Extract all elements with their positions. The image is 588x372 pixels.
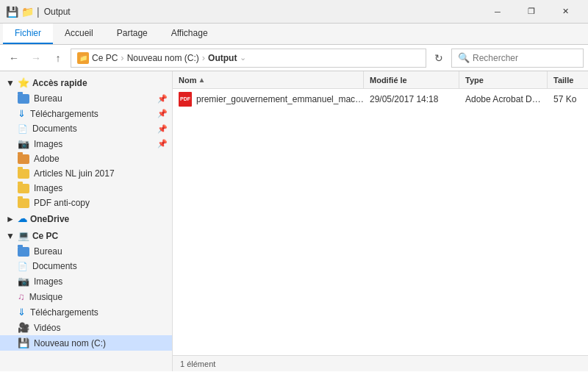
title-bar-separator: | (37, 6, 40, 18)
sidebar-item-telechargements[interactable]: ⇓ Téléchargements 📌 (0, 106, 172, 121)
sidebar-section-quick-access[interactable]: ▼ ⭐ Accès rapide (0, 74, 172, 91)
sidebar-item-pc-videos[interactable]: 🎥 Vidéos (0, 320, 172, 335)
sidebar-section-ce-pc[interactable]: ▼ 💻 Ce PC (0, 227, 172, 244)
ce-pc-icon: 💻 (18, 230, 29, 241)
path-segment-drive[interactable]: Nouveau nom (C:) (127, 53, 199, 63)
quick-access-chevron-icon: ▼ (6, 78, 15, 88)
col-header-type[interactable]: Type (459, 71, 548, 89)
sidebar: ▼ ⭐ Accès rapide Bureau 📌 ⇓ Téléchargeme… (0, 71, 173, 371)
sidebar-item-pc-telechargements[interactable]: ⇓ Téléchargements (0, 304, 172, 320)
images2-folder-icon (18, 184, 29, 193)
sidebar-item-images2[interactable]: Images (0, 181, 172, 196)
quick-access-star-icon: ⭐ (18, 77, 29, 88)
images-icon: 📷 (18, 138, 29, 149)
onedrive-chevron-icon: ► (6, 214, 15, 224)
sidebar-item-pc-musique-label: Musique (29, 292, 62, 302)
documents-pin-icon: 📌 (157, 124, 168, 134)
sidebar-item-documents[interactable]: 📄 Documents 📌 (0, 121, 172, 136)
tab-accueil[interactable]: Accueil (53, 24, 105, 44)
pc-music-icon: ♫ (18, 291, 25, 302)
quick-access-label: Accès rapide (32, 78, 87, 88)
sidebar-item-pc-bureau-label: Bureau (34, 246, 62, 257)
sidebar-item-pc-telechargements-label: Téléchargements (30, 307, 98, 318)
sort-arrow-icon: ▲ (198, 76, 205, 84)
sidebar-item-telechargements-label: Téléchargements (30, 109, 98, 119)
sidebar-section-onedrive[interactable]: ► ☁ OneDrive (0, 210, 172, 227)
window-icon-save[interactable]: 💾 (6, 6, 18, 18)
address-bar: ← → ↑ 📁 Ce PC › Nouveau nom (C:) › Outpu… (0, 45, 588, 71)
status-item-count: 1 élément (180, 360, 215, 368)
col-header-name[interactable]: Nom ▲ (173, 71, 364, 89)
window-controls: ─ ❐ ✕ (481, 0, 582, 24)
path-segment-output[interactable]: Output (208, 53, 237, 63)
sidebar-item-images[interactable]: 📷 Images 📌 (0, 136, 172, 151)
adobe-folder-icon (18, 154, 29, 164)
refresh-button[interactable]: ↻ (429, 49, 448, 68)
pc-images-icon: 📷 (18, 276, 29, 287)
sidebar-item-pc-nouveau-nom-label: Nouveau nom (C:) (34, 338, 106, 348)
col-header-size[interactable]: Taille (548, 71, 588, 89)
tab-fichier[interactable]: Fichier (3, 24, 53, 44)
pc-bureau-folder-icon (18, 247, 29, 257)
file-area: Nom ▲ Modifié le Type Taille PDF premier… (173, 71, 588, 371)
sidebar-item-pc-bureau[interactable]: Bureau (0, 244, 172, 259)
sidebar-item-pc-documents[interactable]: 📄 Documents (0, 259, 172, 273)
close-button[interactable]: ✕ (548, 0, 582, 24)
minimize-button[interactable]: ─ (481, 0, 514, 24)
ribbon-tab-list: Fichier Accueil Partage Affichage (0, 24, 588, 44)
articles-folder-icon (18, 169, 29, 179)
maximize-button[interactable]: ❐ (514, 0, 548, 24)
path-segment-pc[interactable]: Ce PC (92, 53, 118, 63)
forward-button[interactable]: → (26, 49, 46, 68)
telechargements-pin-icon: 📌 (157, 109, 168, 118)
search-icon: 🔍 (458, 52, 470, 63)
bureau-pin-icon: 📌 (157, 94, 168, 104)
address-path[interactable]: 📁 Ce PC › Nouveau nom (C:) › Output ⌄ (71, 49, 426, 68)
sidebar-item-bureau[interactable]: Bureau 📌 (0, 91, 172, 106)
search-input[interactable] (473, 53, 577, 63)
main-layout: ▼ ⭐ Accès rapide Bureau 📌 ⇓ Téléchargeme… (0, 71, 588, 371)
bureau-folder-icon (18, 94, 29, 104)
sidebar-item-pc-documents-label: Documents (32, 261, 77, 271)
window-icon-folder[interactable]: 📁 (21, 6, 34, 18)
sidebar-item-pc-videos-label: Vidéos (34, 323, 60, 333)
pc-video-icon: 🎥 (18, 322, 29, 333)
sidebar-item-images-label: Images (34, 139, 62, 149)
sidebar-item-bureau-label: Bureau (34, 93, 62, 104)
up-button[interactable]: ↑ (49, 49, 68, 68)
tab-affichage[interactable]: Affichage (159, 24, 220, 44)
back-button[interactable]: ← (4, 49, 24, 68)
path-chevron-icon[interactable]: ⌄ (240, 53, 246, 62)
sidebar-item-pc-musique[interactable]: ♫ Musique (0, 289, 172, 304)
sidebar-item-pc-nouveau-nom[interactable]: 💾 Nouveau nom (C:) (0, 335, 172, 351)
status-bar: 1 élément (173, 355, 588, 371)
title-bar: 💾 📁 | Output ─ ❐ ✕ (0, 0, 588, 24)
sidebar-item-articles-label: Articles NL juin 2017 (34, 168, 115, 179)
sidebar-item-images2-label: Images (34, 183, 62, 193)
file-cell-name: PDF premier_gouvernement_emmanuel_mac… (173, 92, 364, 107)
sidebar-item-adobe[interactable]: Adobe (0, 151, 172, 166)
path-separator-1: › (121, 52, 123, 63)
download-icon: ⇓ (18, 108, 26, 119)
documents-doc-icon: 📄 (18, 124, 28, 134)
path-folder-icon: 📁 (77, 52, 89, 64)
sidebar-item-articles[interactable]: Articles NL juin 2017 (0, 166, 172, 181)
pdf-anticopy-folder-icon (18, 198, 29, 208)
sidebar-item-pdf-anticopy[interactable]: PDF anti-copy (0, 196, 172, 210)
pc-drive-icon: 💾 (18, 337, 29, 348)
sidebar-item-pdf-anticopy-label: PDF anti-copy (34, 198, 90, 208)
ribbon: Fichier Accueil Partage Affichage (0, 24, 588, 45)
tab-partage[interactable]: Partage (105, 24, 159, 44)
sidebar-item-adobe-label: Adobe (34, 154, 60, 164)
file-list: PDF premier_gouvernement_emmanuel_mac… 2… (173, 89, 588, 355)
sidebar-item-documents-label: Documents (32, 124, 77, 134)
file-cell-type: Adobe Acrobat D… (459, 94, 548, 104)
table-row[interactable]: PDF premier_gouvernement_emmanuel_mac… 2… (173, 89, 588, 110)
sidebar-item-pc-images[interactable]: 📷 Images (0, 273, 172, 289)
col-header-modified[interactable]: Modifié le (364, 71, 459, 89)
onedrive-cloud-icon: ☁ (18, 213, 27, 224)
window-title: Output (44, 7, 71, 17)
sidebar-item-pc-images-label: Images (34, 276, 62, 287)
search-box[interactable]: 🔍 (451, 49, 584, 68)
title-bar-window-icons: 💾 📁 | (6, 6, 40, 18)
